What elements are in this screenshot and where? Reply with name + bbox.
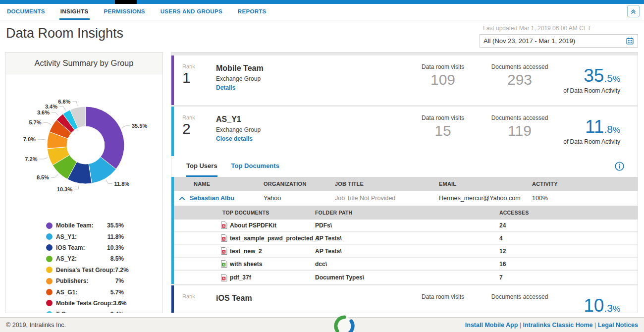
rank-1-color-strip [171, 55, 174, 105]
legend-label: iOS Team: [56, 244, 85, 251]
chart-legend: Mobile Team:35.5%AS_Y1:11.8%iOS Team:10.… [5, 220, 162, 313]
last-updated-text: Last updated Mar 1, 2019 06:00 AM CET [480, 25, 638, 32]
document-accesses: 7 [499, 274, 638, 281]
visits-label: Data room visits [413, 293, 473, 301]
info-button[interactable] [614, 161, 625, 173]
legend-value: 7.2% [115, 267, 128, 274]
document-row: Xwith sheetsdcc\16 [171, 258, 638, 271]
visits-label: Data room visits [413, 114, 473, 122]
legend-value: 5.7% [110, 289, 124, 296]
document-name: test_sample_pswd_protected_1 [230, 235, 320, 242]
slice-label: 8.5% [37, 174, 49, 180]
rank-label: Rank [182, 114, 216, 120]
legend-label: Denisa's Test Group: [56, 267, 115, 274]
legend-label: T Group: [56, 311, 81, 313]
slice-leader-line [74, 185, 79, 189]
spreadsheet-file-icon: X [221, 260, 227, 268]
nav-item-insights[interactable]: INSIGHTS [59, 4, 90, 20]
col-name: NAME [171, 181, 264, 187]
document-name: pdf_37f [230, 274, 251, 281]
collapse-header-button[interactable] [627, 5, 640, 17]
activity-summary-title: Activity Summary by Group [5, 53, 162, 74]
legend-label: AS_Y2: [56, 255, 77, 262]
docs-accessed-label: Documents accessed [487, 63, 552, 71]
col-accesses: ACCESSES [499, 210, 638, 216]
nav-item-reports[interactable]: REPORTS [237, 4, 268, 20]
footer-link-separator: | [518, 322, 523, 329]
rank-number: 2 [182, 120, 216, 138]
slice-label: 6.6% [58, 99, 70, 105]
close-details-link[interactable]: Close details [216, 135, 413, 142]
legend-value: 8.5% [110, 255, 124, 262]
user-name-link[interactable]: Sebastian Albu [190, 195, 234, 202]
user-organization: Yahoo [264, 195, 335, 202]
document-accesses: 12 [499, 248, 638, 255]
legend-label: Publishers: [56, 277, 88, 284]
footer-link-legal-notices[interactable]: Legal Notices [598, 322, 638, 329]
slice-leader-line [52, 112, 58, 116]
nav-item-documents[interactable]: DOCUMENTS [6, 4, 46, 20]
legend-item: Mobile Tests Group:3.6% [46, 298, 124, 309]
legend-color-dot [46, 300, 53, 306]
legend-color-dot [46, 289, 53, 295]
col-job-title: JOB TITLE [335, 181, 439, 187]
slice-label: 3.6% [37, 110, 50, 115]
document-name: test_new_2 [230, 248, 262, 255]
footer-link-separator: | [593, 322, 598, 329]
legend-color-dot [46, 267, 53, 273]
document-row: AAbout PSPDFKitPDFs\24 [171, 220, 638, 232]
col-activity: ACTIVITY [532, 181, 638, 187]
rank-card-1: Rank 1 Mobile Team Exchange Group Detail… [171, 55, 638, 105]
docs-accessed-value: 293 [487, 71, 552, 88]
legend-color-dot [46, 278, 53, 284]
visits-value: 15 [413, 122, 473, 139]
activity-percent: 10.3% [552, 296, 620, 313]
activity-donut-chart[interactable]: 35.5%11.8%10.3%8.5%7.2%7.0%5.7%3.6%3.4%6… [5, 74, 163, 193]
document-row: Apdf_37fDocument Types\7 [171, 271, 638, 284]
pdf-file-icon: A [221, 274, 227, 281]
rank-card-2: Rank 2 AS_Y1 Exchange Group Close detail… [171, 107, 638, 284]
rank-3-color-strip [171, 285, 174, 313]
topbar-notch [115, 0, 137, 4]
document-name: with sheets [230, 261, 262, 268]
slice-leader-line [51, 174, 58, 178]
nav-item-users-and-groups[interactable]: USERS AND GROUPS [160, 4, 223, 20]
legend-value: 11.8% [107, 233, 124, 240]
document-accesses: 4 [499, 235, 638, 242]
slice-leader-line [39, 158, 48, 159]
user-row: Sebastian Albu Yahoo Job Title Not Provi… [171, 191, 638, 206]
page-title: Data Room Insights [6, 26, 123, 41]
tab-top-documents[interactable]: Top Documents [231, 156, 279, 177]
legend-value: 3.6% [113, 300, 126, 307]
details-tabs: Top Users Top Documents [171, 156, 638, 177]
group-name: iOS Team [216, 294, 413, 303]
slice-leader-line [122, 126, 130, 128]
copyright-text: © 2019, Intralinks Inc. [6, 322, 66, 329]
pdf-file-icon: A [221, 221, 227, 229]
docs-accessed-label: Documents accessed [487, 293, 552, 301]
details-link[interactable]: Details [216, 84, 413, 91]
legend-label: Mobile Tests Group: [56, 300, 113, 307]
slice-label: 7.2% [25, 156, 37, 162]
legend-color-dot [46, 311, 53, 313]
legend-color-dot [46, 233, 53, 240]
legend-item: Denisa's Test Group:7.2% [46, 265, 124, 276]
footer-link-install-mobile-app[interactable]: Install Mobile App [465, 322, 518, 329]
collapse-row-chevron-icon[interactable] [179, 196, 185, 201]
date-range-value: All (Nov 23, 2017 - Mar 1, 2019) [483, 37, 575, 45]
group-type: Exchange Group [216, 75, 413, 82]
legend-item: AS_Y2:8.5% [46, 253, 124, 264]
tab-top-users[interactable]: Top Users [186, 156, 217, 177]
donut-slice[interactable] [86, 107, 124, 169]
date-range-select[interactable]: All (Nov 23, 2017 - Mar 1, 2019) [480, 34, 638, 48]
legend-color-dot [46, 244, 53, 251]
footer-link-intralinks-classic-home[interactable]: Intralinks Classic Home [523, 322, 592, 329]
legend-color-dot [46, 222, 53, 229]
legend-value: 10.3% [107, 244, 124, 251]
docs-accessed-value: 119 [487, 122, 552, 139]
slice-label: 5.7% [29, 119, 41, 125]
users-table-header: NAME ORGANIZATION JOB TITLE EMAIL ACTIVI… [171, 177, 638, 191]
slice-leader-line [43, 122, 51, 125]
slice-label: 35.5% [132, 123, 147, 129]
nav-item-permissions[interactable]: PERMISSIONS [103, 4, 146, 20]
